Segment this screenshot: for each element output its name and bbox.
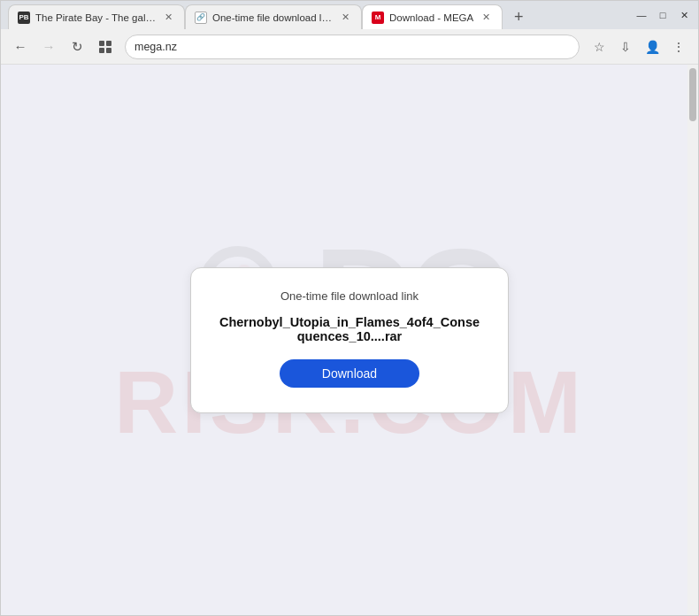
- page-content: DC RISK.COM One-time file download link …: [1, 65, 698, 615]
- url-text: mega.nz: [134, 41, 570, 53]
- dialog-title: One-time file download link: [280, 289, 419, 303]
- menu-button[interactable]: ⋮: [666, 35, 691, 59]
- tab-bar: PB The Pirate Bay - The galaxy's m... ✕ …: [8, 1, 634, 29]
- refresh-button[interactable]: ↻: [65, 35, 89, 59]
- scrollbar-thumb[interactable]: [689, 68, 696, 121]
- svg-rect-2: [99, 48, 104, 53]
- tab-onetime-title: One-time file download link: [212, 12, 333, 23]
- download-dialog: One-time file download link Chernobyl_Ut…: [190, 267, 509, 413]
- tab-piratebay[interactable]: PB The Pirate Bay - The galaxy's m... ✕: [8, 4, 185, 29]
- svg-rect-1: [106, 41, 111, 46]
- profile-button[interactable]: 👤: [640, 35, 664, 59]
- new-tab-button[interactable]: +: [506, 4, 531, 29]
- maximize-button[interactable]: □: [656, 8, 670, 22]
- onetime-favicon: 🔗: [195, 12, 207, 24]
- minimize-button[interactable]: —: [634, 8, 649, 22]
- address-bar[interactable]: mega.nz: [125, 35, 580, 59]
- svg-rect-0: [99, 41, 104, 46]
- tab-piratebay-title: The Pirate Bay - The galaxy's m...: [35, 12, 156, 23]
- title-bar: PB The Pirate Bay - The galaxy's m... ✕ …: [1, 1, 698, 29]
- tab-mega[interactable]: M Download - MEGA ✕: [362, 4, 503, 29]
- home-button[interactable]: [93, 35, 118, 59]
- download-indicator-button[interactable]: ⇩: [613, 35, 638, 59]
- window-controls: — □ ✕: [634, 8, 691, 22]
- dialog-filename: Chernobyl_Utopia_in_Flames_4of4_Conseque…: [218, 315, 481, 343]
- download-button[interactable]: Download: [280, 359, 419, 388]
- close-button[interactable]: ✕: [677, 8, 691, 22]
- tab-onetime-close[interactable]: ✕: [338, 11, 352, 25]
- mega-favicon: M: [372, 12, 384, 24]
- forward-button[interactable]: →: [36, 35, 61, 59]
- tab-onetime[interactable]: 🔗 One-time file download link ✕: [185, 4, 362, 29]
- nav-bar: ← → ↻ mega.nz ☆ ⇩ 👤 ⋮: [1, 29, 698, 65]
- svg-rect-3: [106, 48, 111, 53]
- tab-mega-close[interactable]: ✕: [479, 11, 493, 25]
- back-button[interactable]: ←: [8, 35, 33, 59]
- tab-mega-title: Download - MEGA: [389, 12, 473, 23]
- tab-piratebay-close[interactable]: ✕: [161, 11, 175, 25]
- scrollbar[interactable]: [687, 65, 698, 615]
- piratebay-favicon: PB: [18, 12, 30, 24]
- bookmark-button[interactable]: ☆: [587, 35, 611, 59]
- browser-frame: PB The Pirate Bay - The galaxy's m... ✕ …: [0, 0, 699, 616]
- nav-actions: ☆ ⇩ 👤 ⋮: [587, 35, 691, 59]
